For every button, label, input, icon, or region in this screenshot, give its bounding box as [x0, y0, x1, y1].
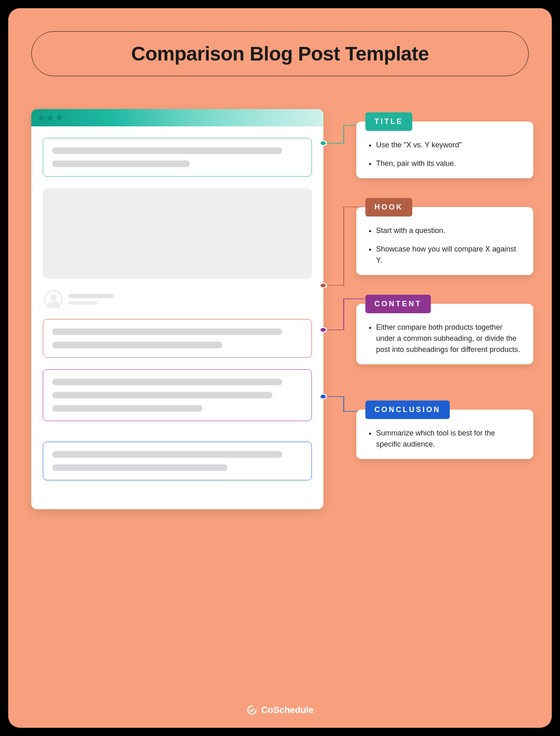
callout-title: TITLE Use the "X vs. Y keyword" Then, pa… [356, 121, 533, 178]
callout-item: Summarize which tool is best for the spe… [376, 428, 521, 450]
placeholder-line [52, 405, 202, 412]
callout-content: CONTENT Either compare both products tog… [356, 304, 533, 364]
svg-point-4 [248, 706, 256, 714]
content-section-box [43, 369, 312, 421]
placeholder-line [68, 301, 97, 305]
content-row: TITLE Use the "X vs. Y keyword" Then, pa… [31, 109, 529, 509]
placeholder-line [52, 161, 190, 167]
callout-tag: HOOK [365, 198, 412, 217]
browser-mock [31, 109, 323, 509]
author-meta [68, 294, 312, 305]
callout-tag: TITLE [365, 112, 412, 131]
callout-item: Showcase how you will compare X against … [376, 244, 521, 266]
window-dot-icon [39, 115, 44, 120]
callout-item: Then, pair with its value. [376, 158, 521, 169]
hook-section-box [43, 319, 312, 358]
window-dot-icon [48, 115, 53, 120]
hero-image-placeholder [43, 188, 312, 279]
conclusion-section-box [43, 442, 312, 480]
placeholder-line [52, 328, 282, 335]
browser-title-bar [31, 109, 323, 126]
placeholder-line [52, 342, 222, 348]
callouts-column: TITLE Use the "X vs. Y keyword" Then, pa… [356, 109, 533, 488]
page-title-pill: Comparison Blog Post Template [31, 31, 529, 76]
footer: CoSchedule [8, 705, 552, 715]
callout-tag: CONCLUSION [365, 401, 450, 419]
title-section-box [43, 138, 312, 177]
infographic-frame: Comparison Blog Post Template [8, 8, 552, 728]
avatar-icon [44, 290, 63, 308]
callout-item: Use the "X vs. Y keyword" [376, 140, 521, 151]
author-row [44, 290, 312, 308]
callout-hook: HOOK Start with a question. Showcase how… [356, 207, 533, 275]
callout-conclusion: CONCLUSION Summarize which tool is best … [356, 410, 533, 459]
placeholder-line [68, 294, 114, 298]
callout-item: Start with a question. [376, 225, 521, 236]
placeholder-line [52, 392, 272, 398]
browser-body [31, 126, 323, 509]
page-title: Comparison Blog Post Template [48, 42, 512, 65]
callout-item: Either compare both products together un… [376, 322, 521, 355]
placeholder-line [52, 379, 282, 385]
placeholder-line [52, 464, 228, 471]
window-dot-icon [57, 115, 62, 120]
callout-tag: CONTENT [365, 295, 431, 313]
coschedule-logo-icon [246, 705, 257, 715]
placeholder-line [52, 147, 282, 154]
placeholder-line [52, 451, 282, 458]
footer-brand: CoSchedule [261, 705, 314, 715]
